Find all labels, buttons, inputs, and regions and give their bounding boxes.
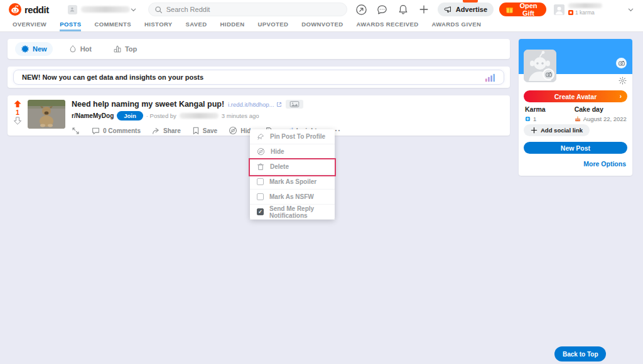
user-menu-chevron-icon[interactable] — [627, 6, 634, 13]
open-gift-button[interactable]: Open Gift — [499, 3, 546, 16]
insights-announcement-card: NEW! Now you can get data and insights o… — [8, 67, 510, 88]
top-nav: reddit Search Reddit — [0, 0, 643, 19]
tab-awards-received[interactable]: AWARDS RECEIVED — [357, 19, 419, 31]
comments-button[interactable]: 0 Comments — [87, 125, 145, 137]
save-button[interactable]: Save — [188, 125, 222, 137]
redacted-username — [81, 6, 130, 13]
menu-item-reply-notifications[interactable]: ✓ Send Me Reply Notifications — [250, 205, 335, 220]
reply-notifications-checkbox-checked[interactable]: ✓ — [257, 208, 264, 215]
menu-item-mark-nsfw[interactable]: Mark As NSFW — [250, 190, 335, 205]
menu-notifications-label: Send Me Reply Notifications — [269, 205, 328, 219]
user-menu[interactable]: 1 karma — [554, 3, 602, 16]
tab-downvoted[interactable]: DOWNVOTED — [301, 19, 343, 31]
tab-history[interactable]: HISTORY — [144, 19, 173, 31]
menu-item-hide[interactable]: Hide — [250, 144, 335, 159]
add-social-link-button[interactable]: Add social link — [524, 124, 590, 136]
profile-tab-bar: OVERVIEW POSTS COMMENTS HISTORY SAVED HI… — [0, 19, 643, 32]
image-icon — [289, 101, 300, 107]
profile-settings-gear-icon[interactable] — [619, 77, 627, 85]
tab-hidden[interactable]: HIDDEN — [220, 19, 245, 31]
create-avatar-label: Create Avatar — [554, 93, 597, 100]
post-thumbnail[interactable] — [28, 100, 65, 129]
tab-overview[interactable]: OVERVIEW — [13, 19, 46, 31]
downvote-button[interactable] — [13, 117, 22, 125]
sort-top-label: Top — [125, 45, 137, 53]
edit-banner-camera-icon[interactable] — [616, 58, 627, 68]
share-button[interactable]: Share — [148, 125, 185, 137]
redacted-author-name — [180, 113, 219, 119]
menu-item-pin-post[interactable]: Pin Post To Profile — [250, 129, 335, 144]
karma-sparkle-icon — [525, 116, 531, 122]
profile-sidebar-card: Create Avatar › Karma 1 Cake day August … — [519, 39, 632, 176]
external-link-icon — [276, 102, 282, 107]
hot-flame-icon — [68, 45, 77, 53]
chevron-down-icon — [130, 6, 137, 13]
redacted-user-name — [568, 3, 602, 8]
user-karma: 1 karma — [568, 9, 602, 16]
post-link-domain: i.redd.it/h8dhop... — [228, 101, 274, 108]
menu-item-delete[interactable]: Delete — [250, 159, 335, 174]
cakeday-stat: Cake day August 22, 2022 — [575, 105, 627, 122]
sort-top-button[interactable]: Top — [107, 42, 143, 56]
search-input[interactable]: Search Reddit — [148, 3, 347, 16]
chat-icon[interactable] — [376, 3, 389, 16]
profile-stats: Karma 1 Cake day August 22, 2022 — [525, 105, 627, 122]
open-gift-label: Open Gift — [517, 2, 540, 17]
menu-item-mark-spoiler[interactable]: Mark As Spoiler — [250, 174, 335, 190]
image-media-badge[interactable] — [286, 100, 303, 109]
header-icon-group — [355, 3, 430, 16]
tab-awards-given[interactable]: AWARDS GIVEN — [431, 19, 481, 31]
save-label: Save — [203, 127, 217, 134]
share-arrow-icon — [152, 127, 160, 135]
menu-pin-label: Pin Post To Profile — [270, 133, 325, 140]
tab-posts[interactable]: POSTS — [60, 19, 81, 31]
cakeday-stat-label: Cake day — [575, 105, 627, 113]
new-post-button[interactable]: New Post — [524, 142, 627, 154]
menu-nsfw-label: Mark As NSFW — [269, 193, 314, 200]
menu-hide-label: Hide — [271, 148, 284, 155]
vote-column: 1 — [8, 95, 28, 136]
plus-icon — [531, 127, 538, 134]
back-to-top-button[interactable]: Back to Top — [554, 346, 606, 361]
chevron-right-icon: › — [620, 93, 622, 100]
nsfw-checkbox-unchecked[interactable] — [257, 193, 264, 200]
profile-switcher-dropdown[interactable] — [65, 2, 139, 17]
gift-icon — [505, 6, 514, 14]
insights-chart-icon — [485, 73, 495, 82]
reddit-profile-page: reddit Search Reddit — [0, 0, 643, 364]
eye-off-icon — [229, 126, 237, 135]
sort-hot-button[interactable]: Hot — [63, 42, 97, 56]
tab-comments[interactable]: COMMENTS — [94, 19, 131, 31]
advertise-button[interactable]: Advertise — [438, 3, 494, 16]
expand-post-icon[interactable] — [72, 127, 80, 135]
create-avatar-button[interactable]: Create Avatar › — [524, 90, 627, 102]
bookmark-icon — [192, 127, 200, 135]
notifications-bell-icon[interactable] — [397, 3, 409, 16]
cakeday-stat-value: August 22, 2022 — [583, 115, 627, 122]
more-options-link[interactable]: More Options — [583, 160, 626, 168]
new-starburst-icon — [21, 45, 30, 53]
reddit-logo[interactable]: reddit — [9, 3, 49, 16]
create-post-plus-icon[interactable] — [418, 3, 430, 16]
join-button[interactable]: Join — [117, 111, 143, 120]
profile-avatar-placeholder-icon — [68, 5, 77, 14]
edit-avatar-camera-icon[interactable] — [543, 68, 554, 80]
insights-banner-text: NEW! Now you can get data and insights o… — [22, 73, 203, 81]
comments-label: 0 Comments — [103, 127, 141, 134]
tooltip-remnant — [463, 0, 478, 3]
post-timestamp: 3 minutes ago — [222, 112, 259, 119]
tab-saved[interactable]: SAVED — [186, 19, 207, 31]
user-meta: 1 karma — [568, 3, 602, 16]
post-title[interactable]: Need help naming my sweet Kangal pup! — [72, 100, 224, 109]
karma-stat: Karma 1 — [525, 105, 546, 122]
popular-trending-icon[interactable] — [355, 3, 368, 16]
insights-announcement-inner[interactable]: NEW! Now you can get data and insights o… — [13, 70, 504, 85]
subreddit-link[interactable]: r/NameMyDog — [72, 112, 114, 119]
upvote-button[interactable] — [13, 100, 22, 108]
spoiler-checkbox-unchecked[interactable] — [257, 178, 264, 185]
sort-new-button[interactable]: New — [15, 42, 53, 56]
tab-upvoted[interactable]: UPVOTED — [257, 19, 288, 31]
sort-hot-label: Hot — [80, 45, 92, 53]
post-outbound-link[interactable]: i.redd.it/h8dhop... — [228, 101, 281, 108]
karma-count-label: 1 karma — [575, 9, 595, 16]
